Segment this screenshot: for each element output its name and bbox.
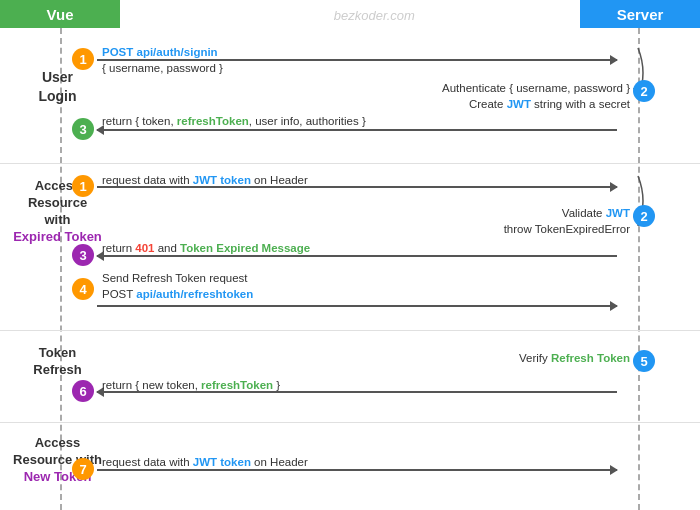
server-column-header: Server — [580, 0, 700, 28]
step-1b-circle: 1 — [72, 175, 94, 197]
diagram: bezkoder.com Vue Server UserLogin 1 POST… — [0, 0, 700, 510]
step-2-circle: 2 — [633, 80, 655, 102]
access-new-label: AccessResource withNew Token — [0, 435, 115, 486]
step-7-text: request data with JWT token on Header — [102, 454, 308, 470]
step-4-arrow — [97, 305, 617, 307]
step-2-text: Authenticate { username, password } Crea… — [442, 80, 630, 112]
divider-1 — [0, 163, 700, 164]
step-4-text: Send Refresh Token request POST api/auth… — [102, 270, 253, 302]
vue-column-header: Vue — [0, 0, 120, 28]
step-1b-text: request data with JWT token on Header — [102, 172, 308, 188]
watermark: bezkoder.com — [334, 8, 415, 23]
divider-3 — [0, 422, 700, 423]
access-expired-label: AccessResourcewithExpired Token — [0, 178, 115, 246]
step-3-circle: 3 — [72, 118, 94, 140]
step-1-text: POST api/auth/signin { username, passwor… — [102, 44, 223, 76]
step-2b-circle: 2 — [633, 205, 655, 227]
step-6-text: return { new token, refreshToken } — [102, 377, 280, 393]
user-login-label: UserLogin — [0, 68, 115, 106]
step-7-circle: 7 — [72, 458, 94, 480]
step-3b-circle: 3 — [72, 244, 94, 266]
step-3-text: return { token, refreshToken, user info,… — [102, 113, 366, 129]
step-3b-text: return 401 and Token Expired Message — [102, 240, 310, 256]
step-5-text: Verify Refresh Token — [519, 350, 630, 366]
token-refresh-label: TokenRefresh — [0, 345, 115, 379]
step-4-circle: 4 — [72, 278, 94, 300]
step-5-circle: 5 — [633, 350, 655, 372]
step-1-circle: 1 — [72, 48, 94, 70]
divider-2 — [0, 330, 700, 331]
step-2b-text: Validate JWT throw TokenExpiredError — [504, 205, 630, 237]
step-3-arrow — [97, 129, 617, 131]
step-6-circle: 6 — [72, 380, 94, 402]
